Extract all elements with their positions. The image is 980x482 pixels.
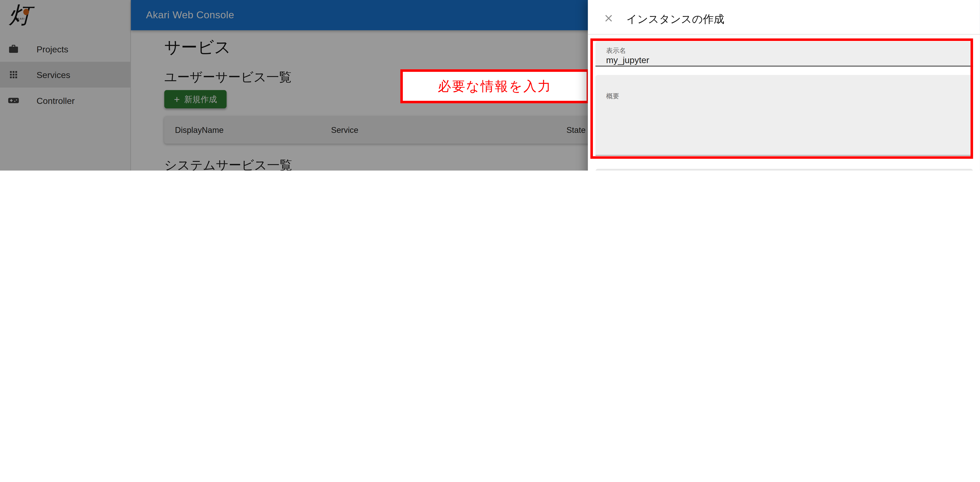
drawer-title: インスタンスの作成 bbox=[626, 12, 724, 27]
drawer-header: インスタンスの作成 bbox=[588, 0, 980, 35]
description-label: 概要 bbox=[606, 92, 619, 101]
close-icon bbox=[603, 12, 614, 24]
close-button[interactable] bbox=[602, 12, 616, 26]
description-field[interactable]: 概要 bbox=[595, 75, 973, 156]
display-name-field[interactable]: 表示名 bbox=[595, 42, 973, 67]
annotation-text: 必要な情報を入力 bbox=[438, 78, 552, 95]
description-textarea[interactable] bbox=[606, 100, 962, 149]
annotation-callout: 必要な情報を入力 bbox=[400, 69, 589, 104]
display-name-label: 表示名 bbox=[606, 46, 626, 56]
app-root: 灯 AKARI Projects Services Cont bbox=[0, 0, 980, 171]
service-image-select[interactable]: サービスイメージ JupyterLab @ v1 ▼ bbox=[595, 169, 973, 171]
create-instance-drawer: インスタンスの作成 表示名 概要 サービスイメージ JupyterLab @ v… bbox=[588, 0, 980, 171]
display-name-input[interactable] bbox=[606, 55, 959, 65]
